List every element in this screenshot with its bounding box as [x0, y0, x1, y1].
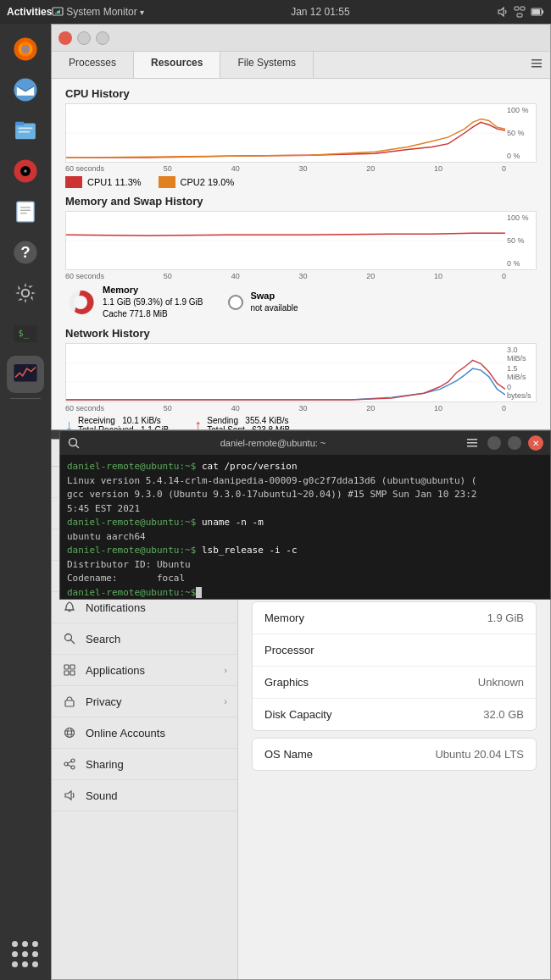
sysmon-menu-btn[interactable] — [523, 52, 550, 78]
sidebar-item-sharing[interactable]: Sharing — [52, 749, 237, 780]
sidebar-item-privacy[interactable]: Privacy › — [52, 686, 237, 717]
cpu-y-labels: 100 % 50 % 0 % — [505, 104, 536, 162]
up-arrow: ↑ — [194, 418, 202, 429]
dock-rhythmbox[interactable] — [7, 152, 44, 190]
memory-row: Memory 1.9 GiB — [253, 602, 536, 634]
terminal-min-btn[interactable] — [487, 436, 501, 450]
os-name-value: Ubuntu 20.04 LTS — [435, 748, 524, 761]
sidebar-item-applications[interactable]: Applications › — [52, 655, 237, 686]
svg-rect-36 — [65, 176, 82, 188]
svg-point-58 — [65, 634, 72, 641]
svg-rect-5 — [515, 7, 519, 10]
svg-rect-47 — [467, 446, 477, 447]
svg-rect-61 — [70, 665, 75, 669]
svg-point-21 — [24, 169, 26, 172]
sound-icon — [62, 788, 77, 803]
sidebar-item-search[interactable]: Search — [52, 623, 237, 655]
dock-help[interactable]: ? — [7, 234, 44, 271]
svg-point-65 — [65, 728, 75, 738]
svg-line-73 — [68, 765, 71, 767]
graphics-value: Unknown — [478, 676, 524, 689]
tab-processes[interactable]: Processes — [52, 52, 134, 78]
svg-rect-46 — [467, 442, 477, 444]
svg-point-69 — [71, 759, 75, 762]
sidebar-item-sound[interactable]: Sound — [52, 780, 237, 811]
network-legend: ↓ Receiving 10.1 KiB/s Total Received 1.… — [65, 416, 537, 429]
terminal-search-icon[interactable] — [67, 436, 81, 450]
network-icon[interactable] — [514, 6, 526, 18]
dock-files[interactable] — [7, 112, 44, 149]
disk-row: Disk Capacity 32.0 GB — [253, 699, 536, 730]
os-name-label: OS Name — [264, 748, 435, 761]
svg-rect-37 — [159, 176, 175, 188]
network-y-labels: 3.0 MiB/s 1.5 MiB/s 0 bytes/s — [505, 344, 536, 401]
firefox-icon — [11, 35, 40, 64]
sysmon-max-btn[interactable] — [96, 31, 109, 45]
network-history-title: Network History — [65, 327, 537, 340]
svg-rect-31 — [14, 364, 36, 381]
top-bar: Activities System Monitor ▾ Jan 12 01:55 — [0, 0, 551, 24]
volume-icon[interactable] — [497, 6, 509, 18]
dock-firefox[interactable] — [7, 30, 44, 68]
svg-line-59 — [71, 640, 75, 645]
tab-filesystems[interactable]: File Systems — [220, 52, 314, 78]
memory-pie-chart — [65, 287, 96, 318]
dock-separator — [10, 398, 41, 399]
battery-icon[interactable] — [531, 6, 544, 18]
terminal-titlebar: daniel-remote@ubuntu: ~ ✕ — [60, 431, 550, 455]
sysmon-close-btn[interactable] — [58, 31, 72, 45]
svg-rect-10 — [532, 9, 540, 14]
app-indicator[interactable]: System Monitor ▾ — [52, 6, 143, 18]
sysmon-tab-bar: Processes Resources File Systems — [52, 52, 550, 79]
svg-point-71 — [71, 766, 75, 769]
terminal-line-6: Distributor ID: UbuntuCodename: focal — [67, 558, 543, 586]
svg-rect-32 — [532, 59, 542, 61]
applications-chevron: › — [224, 665, 227, 675]
dock: ? $_ — [0, 24, 51, 980]
svg-marker-4 — [498, 8, 504, 16]
rhythmbox-icon — [11, 157, 40, 185]
graphics-row: Graphics Unknown — [253, 667, 536, 699]
svg-rect-64 — [65, 700, 74, 706]
sending-item: ↑ Sending 355.4 KiB/s Total Sent 623.8 M… — [194, 416, 290, 429]
terminal-body[interactable]: daniel-remote@ubuntu:~$ cat /proc/versio… — [60, 455, 550, 605]
privacy-label: Privacy — [86, 695, 215, 708]
swap-circle — [228, 295, 243, 310]
svg-rect-34 — [532, 66, 542, 68]
down-arrow: ↓ — [65, 418, 73, 429]
disk-label: Disk Capacity — [264, 708, 483, 721]
terminal-line-1: daniel-remote@ubuntu:~$ cat /proc/versio… — [67, 460, 543, 474]
dock-thunderbird[interactable] — [7, 71, 44, 108]
online-accounts-label: Online Accounts — [86, 727, 227, 739]
terminal-menu-icon[interactable] — [465, 436, 479, 450]
dock-libreoffice[interactable] — [7, 193, 44, 230]
sound-label: Sound — [86, 789, 227, 802]
terminal-title: daniel-remote@ubuntu: ~ — [86, 438, 460, 448]
sysmon-dock-icon — [11, 360, 40, 389]
memory-legend: Memory 1.1 GiB (59.3%) of 1.9 GiB Cache … — [65, 284, 537, 320]
processor-row: Processor — [253, 634, 536, 667]
tab-resources[interactable]: Resources — [134, 52, 220, 78]
memory-value: 1.9 GiB — [487, 612, 524, 624]
dock-sysmon[interactable] — [7, 356, 44, 393]
activities-button[interactable]: Activities — [7, 6, 52, 18]
svg-point-40 — [74, 296, 87, 309]
sysmon-min-btn[interactable] — [77, 31, 91, 45]
sharing-icon — [62, 756, 77, 772]
terminal-line-7: daniel-remote@ubuntu:~$ — [67, 586, 543, 601]
dock-settings[interactable] — [7, 274, 44, 312]
sidebar-item-online-accounts[interactable]: Online Accounts — [52, 717, 237, 749]
sysmon-titlebar — [52, 25, 550, 52]
memory-y-labels: 100 % 50 % 0 % — [505, 212, 536, 269]
cpu1-label: CPU1 11.3% — [87, 177, 142, 187]
svg-line-44 — [76, 446, 80, 449]
dock-apps-button[interactable] — [7, 936, 44, 973]
terminal-max-btn[interactable] — [508, 436, 521, 450]
thunderbird-icon — [11, 75, 40, 104]
privacy-icon — [62, 694, 77, 709]
terminal-line-5: daniel-remote@ubuntu:~$ lsb_release -i -… — [67, 544, 543, 558]
svg-rect-9 — [542, 10, 543, 14]
dock-terminal[interactable]: $_ — [7, 315, 44, 352]
terminal-close-btn[interactable]: ✕ — [528, 435, 543, 451]
os-card: OS Name Ubuntu 20.04 LTS — [252, 738, 537, 771]
